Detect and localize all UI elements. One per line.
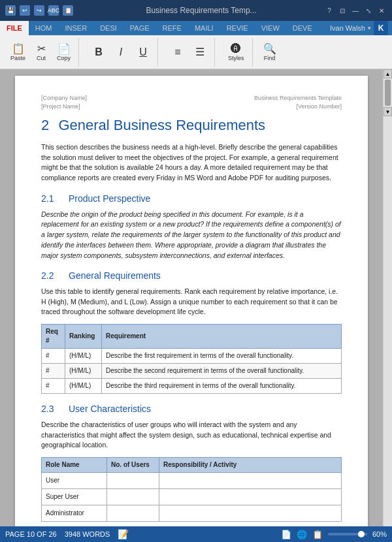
tab-developer[interactable]: DEVE	[286, 21, 319, 35]
quick-access-toolbar[interactable]: 💾 ↩ ↪ ABC 📋	[5, 5, 73, 16]
user-resp-3	[159, 505, 342, 522]
ribbon-group-styles: 🅐Styles	[220, 38, 253, 67]
document-scroll[interactable]: [Company Name] [Project Name] Business R…	[0, 69, 383, 526]
user-area: Ivan Walsh ▾ K	[330, 21, 388, 35]
paste-icon[interactable]: 📋	[63, 5, 73, 16]
zoom-level: 60%	[372, 530, 387, 538]
save-icon[interactable]: 💾	[5, 5, 16, 16]
ribbon: FILE HOM INSER DESI PAGE REFE MAILI REVI…	[0, 21, 392, 69]
user-role-2: Super User	[42, 489, 107, 505]
chevron-down-icon[interactable]: ▾	[368, 25, 371, 31]
req-num-2: #	[42, 364, 65, 379]
zoom-slider[interactable]	[328, 533, 367, 535]
section-2-1-text: Describe the origin of the product being…	[41, 210, 342, 261]
help-button[interactable]: ?	[324, 5, 335, 16]
user-table-header-count: No. of Users	[107, 458, 159, 473]
page: [Company Name] [Project Name] Business R…	[15, 76, 368, 526]
req-desc-3: Describe the third requirement in terms …	[102, 379, 342, 394]
zoom-thumb[interactable]	[358, 531, 365, 537]
ribbon-group-font: B I U	[84, 38, 158, 67]
tab-design[interactable]: DESI	[93, 21, 123, 35]
req-table-header-requirement: Requirement	[102, 325, 342, 349]
req-rank-3: (H/M/L)	[65, 379, 102, 394]
company-name-label: [Company Name]	[41, 94, 87, 103]
tab-view[interactable]: VIEW	[255, 21, 286, 35]
page-count: PAGE 10 OF 26	[5, 530, 57, 538]
req-num-1: #	[42, 349, 65, 364]
italic-button[interactable]: I	[112, 45, 130, 59]
tab-references[interactable]: REFE	[156, 21, 188, 35]
align-left-button[interactable]: ≡	[169, 45, 187, 59]
tab-page[interactable]: PAGE	[123, 21, 156, 35]
req-desc-1: Describe the first requirement in terms …	[102, 349, 342, 364]
table-row: Super User	[42, 489, 342, 505]
underline-button[interactable]: U	[134, 45, 152, 59]
page-header: [Company Name] [Project Name] Business R…	[41, 94, 342, 110]
ribbon-group-clipboard: 📋Paste ✂Cut 📄Copy	[3, 38, 79, 67]
user-avatar: K	[374, 21, 388, 35]
scroll-up-button[interactable]: ▲	[384, 69, 392, 78]
header-right: Business Requirements Template [Version …	[254, 94, 342, 110]
req-rank-2: (H/M/L)	[65, 364, 102, 379]
tab-review[interactable]: REVIE	[220, 21, 255, 35]
ribbon-items: 📋Paste ✂Cut 📄Copy B I U ≡ ☰ 🅐Styles 🔍Fin…	[0, 35, 392, 69]
table-row: Administrator	[42, 505, 342, 522]
undo-icon[interactable]: ↩	[20, 5, 30, 16]
scroll-down-button[interactable]: ▼	[384, 107, 392, 116]
document-check-icon[interactable]: 📝	[118, 529, 129, 539]
section-2-2-number: 2.2	[41, 270, 61, 283]
tab-home[interactable]: HOM	[29, 21, 59, 35]
user-name: Ivan Walsh	[330, 24, 365, 32]
vertical-scrollbar[interactable]: ▲ ▼	[383, 69, 392, 526]
version-label: [Version Number]	[254, 103, 342, 111]
spellcheck-icon[interactable]: ABC	[48, 5, 59, 16]
redo-icon[interactable]: ↪	[34, 5, 44, 16]
section-2-1-title: Product Perspective	[69, 193, 150, 206]
requirements-table: Req # Ranking Requirement # (H/M/L) Desc…	[41, 324, 342, 394]
user-role-1: User	[42, 473, 107, 489]
tab-insert[interactable]: INSER	[59, 21, 94, 35]
section-2-2-text: Use this table to identify general requi…	[41, 287, 342, 317]
user-table-header-responsibility: Responsibility / Activity	[159, 458, 342, 473]
view-print-icon[interactable]: 📄	[281, 530, 291, 539]
minimize-button[interactable]: —	[350, 5, 361, 16]
cut-button[interactable]: ✂Cut	[32, 41, 50, 63]
project-name-label: [Project Name]	[41, 103, 87, 111]
section-main-title: 2 General Business Requirements	[41, 116, 342, 136]
template-name-label: Business Requirements Template	[254, 94, 342, 103]
user-role-3: Administrator	[42, 505, 107, 522]
user-count-1	[107, 473, 159, 489]
user-count-3	[107, 505, 159, 522]
intro-paragraph: This section describes the business need…	[41, 142, 342, 183]
restore-button[interactable]: ⊡	[337, 5, 348, 16]
copy-button[interactable]: 📄Copy	[54, 41, 73, 63]
section-2-2-title: General Requirements	[69, 270, 161, 283]
section-2-3-heading: 2.3 User Characteristics	[41, 403, 342, 416]
section-2-2-heading: 2.2 General Requirements	[41, 270, 342, 283]
user-characteristics-table: Role Name No. of Users Responsibility / …	[41, 457, 342, 522]
document-area: [Company Name] [Project Name] Business R…	[0, 69, 392, 526]
document-title: Business Requirements Temp...	[78, 6, 324, 15]
paste-button[interactable]: 📋Paste	[8, 41, 28, 63]
table-row: User	[42, 473, 342, 489]
req-rank-1: (H/M/L)	[65, 349, 102, 364]
status-left: PAGE 10 OF 26 3948 WORDS 📝	[5, 529, 129, 539]
bullets-button[interactable]: ☰	[191, 44, 209, 59]
user-resp-1	[159, 473, 342, 489]
scroll-thumb[interactable]	[385, 80, 391, 106]
view-outline-icon[interactable]: 📋	[312, 530, 323, 539]
bold-button[interactable]: B	[90, 45, 108, 59]
user-resp-2	[159, 489, 342, 505]
window-controls[interactable]: ? ⊡ — ⤡ ✕	[324, 5, 387, 16]
tab-mailings[interactable]: MAILI	[188, 21, 220, 35]
word-count: 3948 WORDS	[65, 530, 110, 538]
tab-file[interactable]: FILE	[0, 21, 29, 35]
maximize-button[interactable]: ⤡	[363, 5, 374, 16]
view-web-icon[interactable]: 🌐	[297, 530, 307, 539]
section-title-text: General Business Requirements	[58, 117, 265, 133]
find-button[interactable]: 🔍Find	[261, 41, 279, 63]
close-button[interactable]: ✕	[376, 5, 387, 16]
styles-button[interactable]: 🅐Styles	[225, 42, 247, 63]
header-left: [Company Name] [Project Name]	[41, 94, 87, 110]
table-row: # (H/M/L) Describe the first requirement…	[42, 349, 342, 364]
